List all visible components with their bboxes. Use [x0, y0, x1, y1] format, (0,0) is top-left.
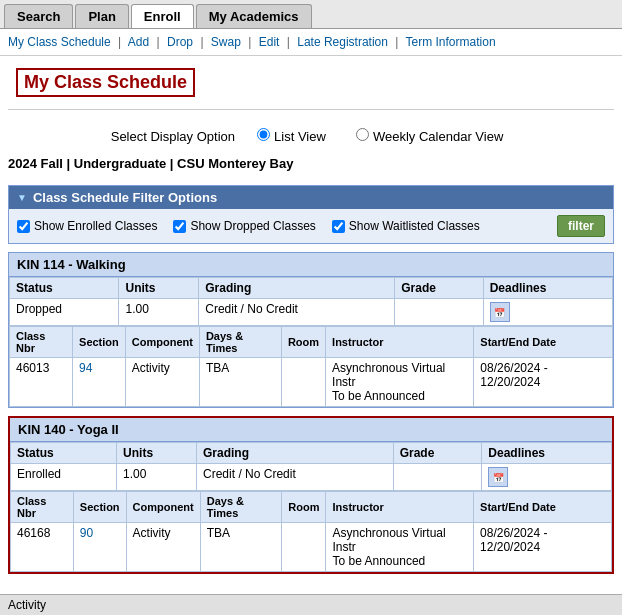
component-header: Component: [125, 327, 199, 358]
deadlines-header: Deadlines: [483, 278, 612, 299]
units-header2: Units: [117, 443, 197, 464]
show-waitlisted-check[interactable]: Show Waitlisted Classes: [332, 219, 480, 233]
breadcrumb-late-registration[interactable]: Late Registration: [297, 35, 388, 49]
grade-value: [395, 299, 483, 326]
status-header2: Status: [11, 443, 117, 464]
status-value2: Enrolled: [11, 464, 117, 491]
section-header2: Section: [73, 492, 126, 523]
classnbr-header: Class Nbr: [10, 327, 73, 358]
top-nav: Search Plan Enroll My Academics: [0, 0, 622, 29]
units-header: Units: [119, 278, 199, 299]
days-times-value2: TBA: [200, 523, 282, 572]
breadcrumb-current[interactable]: My Class Schedule: [8, 35, 111, 49]
start-end-value2: 08/26/2024 - 12/20/2024: [474, 523, 612, 572]
calendar-icon-kin140[interactable]: 📅: [488, 467, 508, 487]
instructor-value2: Asynchronous Virtual InstrTo be Announce…: [326, 523, 474, 572]
filter-box: ▼ Class Schedule Filter Options Show Enr…: [8, 185, 614, 244]
filter-arrow-icon: ▼: [17, 192, 27, 203]
weekly-calendar-radio[interactable]: [356, 128, 369, 141]
filter-button[interactable]: filter: [557, 215, 605, 237]
detail-table-kin140: Class Nbr Section Component Days & Times…: [10, 491, 612, 572]
waitlisted-checkbox[interactable]: [332, 220, 345, 233]
dropped-checkbox[interactable]: [173, 220, 186, 233]
status-row-kin140: Enrolled 1.00 Credit / No Credit 📅: [11, 464, 612, 491]
breadcrumb-drop[interactable]: Drop: [167, 35, 193, 49]
deadlines-value[interactable]: 📅: [483, 299, 612, 326]
component-value2: Activity: [126, 523, 200, 572]
show-enrolled-check[interactable]: Show Enrolled Classes: [17, 219, 157, 233]
grade-header2: Grade: [393, 443, 482, 464]
tab-enroll[interactable]: Enroll: [131, 4, 194, 28]
status-header: Status: [10, 278, 119, 299]
grading-header2: Grading: [197, 443, 394, 464]
room-header2: Room: [282, 492, 326, 523]
days-times-value: TBA: [199, 358, 281, 407]
detail-row-kin114: 46013 94 Activity TBA Asynchronous Virtu…: [10, 358, 613, 407]
class-title-kin114: KIN 114 - Walking: [9, 253, 613, 277]
calendar-icon-kin114[interactable]: 📅: [490, 302, 510, 322]
waitlisted-label: Show Waitlisted Classes: [349, 219, 480, 233]
enrolled-checkbox[interactable]: [17, 220, 30, 233]
dropped-label: Show Dropped Classes: [190, 219, 315, 233]
grading-value2: Credit / No Credit: [197, 464, 394, 491]
units-value2: 1.00: [117, 464, 197, 491]
deadlines-value2[interactable]: 📅: [482, 464, 612, 491]
term-info: 2024 Fall | Undergraduate | CSU Monterey…: [0, 152, 622, 179]
section-value2[interactable]: 90: [73, 523, 126, 572]
section-link2[interactable]: 90: [80, 526, 93, 540]
status-table-kin140: Status Units Grading Grade Deadlines Enr…: [10, 442, 612, 491]
filter-header-label: Class Schedule Filter Options: [33, 190, 217, 205]
grade-value2: [393, 464, 482, 491]
section-value[interactable]: 94: [73, 358, 126, 407]
page-title: My Class Schedule: [16, 68, 195, 97]
class-section-kin114: KIN 114 - Walking Status Units Grading G…: [8, 252, 614, 408]
status-value: Dropped: [10, 299, 119, 326]
component-value: Activity: [125, 358, 199, 407]
enrolled-label: Show Enrolled Classes: [34, 219, 157, 233]
grade-header: Grade: [395, 278, 483, 299]
display-option-label: Select Display Option: [111, 129, 235, 144]
detail-table-kin114: Class Nbr Section Component Days & Times…: [9, 326, 613, 407]
deadlines-header2: Deadlines: [482, 443, 612, 464]
list-view-option[interactable]: List View: [257, 129, 329, 144]
class-title-kin140: KIN 140 - Yoga II: [10, 418, 612, 442]
room-value: [281, 358, 325, 407]
weekly-calendar-option[interactable]: Weekly Calendar View: [356, 129, 503, 144]
tab-myacademics[interactable]: My Academics: [196, 4, 312, 28]
start-end-header: Start/End Date: [474, 327, 613, 358]
grading-header: Grading: [199, 278, 395, 299]
status-row-kin114: Dropped 1.00 Credit / No Credit 📅: [10, 299, 613, 326]
classnbr-value2: 46168: [11, 523, 74, 572]
instructor-value: Asynchronous Virtual InstrTo be Announce…: [326, 358, 474, 407]
instructor-header2: Instructor: [326, 492, 474, 523]
title-divider: [8, 109, 614, 110]
breadcrumb-add[interactable]: Add: [128, 35, 149, 49]
filter-body: Show Enrolled Classes Show Dropped Class…: [9, 209, 613, 243]
room-value2: [282, 523, 326, 572]
tab-search[interactable]: Search: [4, 4, 73, 28]
classnbr-value: 46013: [10, 358, 73, 407]
component-header2: Component: [126, 492, 200, 523]
classnbr-header2: Class Nbr: [11, 492, 74, 523]
show-dropped-check[interactable]: Show Dropped Classes: [173, 219, 315, 233]
breadcrumb: My Class Schedule | Add | Drop | Swap | …: [0, 29, 622, 56]
breadcrumb-edit[interactable]: Edit: [259, 35, 280, 49]
days-times-header2: Days & Times: [200, 492, 282, 523]
days-times-header: Days & Times: [199, 327, 281, 358]
section-link[interactable]: 94: [79, 361, 92, 375]
grading-value: Credit / No Credit: [199, 299, 395, 326]
instructor-header: Instructor: [326, 327, 474, 358]
start-end-header2: Start/End Date: [474, 492, 612, 523]
room-header: Room: [281, 327, 325, 358]
weekly-calendar-label: Weekly Calendar View: [373, 129, 503, 144]
display-option: Select Display Option List View Weekly C…: [0, 118, 622, 152]
breadcrumb-swap[interactable]: Swap: [211, 35, 241, 49]
tab-plan[interactable]: Plan: [75, 4, 128, 28]
units-value: 1.00: [119, 299, 199, 326]
breadcrumb-term-information[interactable]: Term Information: [406, 35, 496, 49]
list-view-radio[interactable]: [257, 128, 270, 141]
list-view-label: List View: [274, 129, 326, 144]
detail-row-kin140: 46168 90 Activity TBA Asynchronous Virtu…: [11, 523, 612, 572]
start-end-value: 08/26/2024 - 12/20/2024: [474, 358, 613, 407]
status-table-kin114: Status Units Grading Grade Deadlines Dro…: [9, 277, 613, 326]
